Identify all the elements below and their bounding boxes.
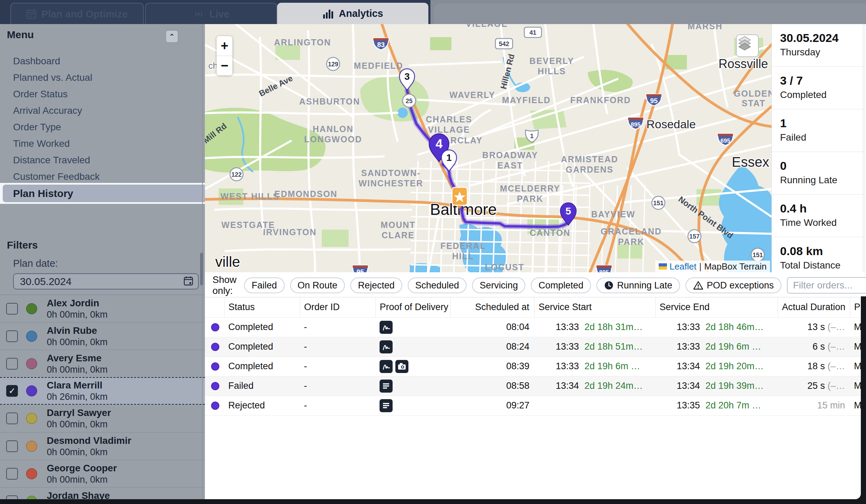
order-status-dot — [211, 343, 219, 351]
menu-collapse-button[interactable]: ⌃ — [166, 30, 178, 43]
driver-checkbox[interactable] — [6, 440, 18, 452]
driver-row[interactable]: Darryl Sawyer0h 00min, 0km — [0, 405, 205, 432]
note-icon[interactable] — [380, 399, 393, 412]
service-end: 13:332d 19h 6m … — [655, 337, 778, 357]
summary-label: Running Late — [780, 173, 865, 187]
svg-text:WAVERLY: WAVERLY — [449, 90, 495, 100]
chip-pod-exceptions[interactable]: POD exceptions — [686, 277, 781, 293]
driver-checkbox[interactable] — [6, 468, 18, 480]
column-header-status[interactable]: Status — [224, 297, 300, 317]
column-header-status-dot[interactable] — [205, 297, 224, 317]
sidebar-item-arrival-accuracy[interactable]: Arrival Accuracy — [0, 102, 205, 119]
svg-text:CLARE: CLARE — [382, 230, 415, 240]
driver-stats: 0h 00min, 0km — [47, 474, 117, 485]
attribution-separator: | — [699, 261, 702, 272]
signature-icon[interactable] — [380, 360, 393, 373]
driver-checkbox[interactable] — [6, 358, 18, 370]
calendar-icon[interactable] — [184, 276, 193, 287]
map-zoom-control: + − — [217, 36, 232, 75]
driver-row[interactable]: ✓Clara Merrill0h 26min, 0km — [0, 377, 205, 405]
chip-label: Servicing — [480, 280, 518, 291]
svg-text:5: 5 — [566, 205, 571, 217]
column-header-actual-duration[interactable]: Actual Duration — [778, 297, 850, 317]
driver-row[interactable]: Alex Jordin0h 00min, 0km — [0, 295, 205, 322]
order-row[interactable]: Completed-08:2413:332d 18h 51m…13:332d 1… — [205, 337, 866, 357]
driver-stats: 0h 00min, 0km — [47, 309, 108, 320]
interstate-shield: 95 — [353, 265, 368, 272]
leaflet-link[interactable]: Leaflet — [670, 261, 697, 272]
svg-text:IRVINGTON: IRVINGTON — [263, 227, 317, 237]
service-start — [534, 396, 655, 415]
order-row[interactable]: Completed-08:0413:332d 18h 31m…13:332d 1… — [205, 317, 866, 337]
signature-icon[interactable] — [380, 340, 393, 353]
order-status: Rejected — [224, 396, 300, 415]
sidebar-item-order-status[interactable]: Order Status — [0, 86, 205, 102]
sidebar-item-time-worked[interactable]: Time Worked — [0, 135, 205, 152]
svg-text:ville: ville — [215, 254, 240, 270]
driver-row[interactable]: Jordan Shaye0h 00min, 0km — [0, 487, 205, 499]
note-icon[interactable] — [380, 380, 393, 393]
driver-checkbox[interactable] — [6, 413, 18, 424]
scheduled-at: 08:39 — [450, 357, 534, 376]
column-header-proof-of-delivery[interactable]: Proof of Delivery — [375, 297, 450, 317]
map-layers-button[interactable] — [736, 34, 759, 57]
summary-label: Total Distance — [780, 259, 865, 272]
chip-servicing[interactable]: Servicing — [472, 277, 525, 293]
order-row[interactable]: Completed-08:3913:332d 19h 6m …13:342d 1… — [205, 357, 866, 376]
driver-row[interactable]: George Cooper0h 00min, 0km — [0, 460, 205, 487]
summary-row: 0.4 hTime Worked — [772, 195, 865, 237]
route-map[interactable]: ARLINGTONMEDFIELDWAVERLYMAYFIELDFRANKFOR… — [205, 24, 771, 272]
sidebar-item-dashboard[interactable]: Dashboard — [0, 53, 205, 69]
chip-on-route[interactable]: On Route — [290, 277, 345, 293]
order-row[interactable]: Failed-08:5813:342d 19h 24m…13:342d 19h … — [205, 376, 866, 396]
column-header-order-id[interactable]: Order ID — [300, 297, 375, 317]
summary-label: Time Worked — [780, 216, 865, 230]
svg-text:LONGWOOD: LONGWOOD — [304, 134, 362, 144]
order-row[interactable]: Rejected-09:2713:352d 20h 7m …15 minM — [205, 396, 866, 415]
driver-checkbox[interactable] — [6, 330, 18, 342]
order-id: - — [300, 396, 375, 415]
driver-row[interactable]: Avery Esme0h 00min, 0km — [0, 350, 205, 377]
route-shield: 151 — [751, 248, 764, 261]
driver-row[interactable]: Alvin Rube0h 00min, 0km — [0, 322, 205, 350]
chip-rejected[interactable]: Rejected — [350, 277, 402, 293]
map-canvas: ARLINGTONMEDFIELDWAVERLYMAYFIELDFRANKFOR… — [205, 24, 771, 272]
zoom-in-button[interactable]: + — [217, 36, 232, 56]
svg-text:25: 25 — [406, 98, 413, 105]
driver-row[interactable]: Desmond Vladimir0h 00min, 0km — [0, 432, 205, 460]
tab-analytics[interactable]: Analytics — [277, 3, 428, 24]
order-status: Completed — [224, 317, 300, 337]
driver-name: Darryl Sawyer — [47, 407, 111, 419]
chip-running-late[interactable]: Running Late — [596, 277, 680, 293]
plan-date-input[interactable]: 30.05.2024 — [13, 273, 199, 289]
clock-icon — [604, 281, 614, 290]
driver-checkbox[interactable]: ✓ — [6, 385, 18, 397]
summary-row: 1Failed — [772, 109, 865, 152]
chip-label: Scheduled — [415, 280, 459, 291]
sidebar-item-planned-vs-actual[interactable]: Planned vs. Actual — [0, 69, 205, 86]
tab-live[interactable]: Live — [145, 3, 277, 25]
sidebar-item-plan-history[interactable]: Plan History — [3, 185, 205, 202]
driver-checkbox[interactable] — [6, 495, 18, 500]
chip-completed[interactable]: Completed — [531, 277, 591, 293]
sidebar-scrollbar-thumb[interactable] — [200, 253, 203, 285]
svg-text:151: 151 — [753, 252, 763, 259]
proof-of-delivery — [375, 396, 450, 415]
sidebar-item-customer-feedback[interactable]: Customer Feedback — [0, 168, 205, 185]
column-header-scheduled-at[interactable]: Scheduled at — [450, 297, 534, 317]
chip-failed[interactable]: Failed — [244, 277, 285, 293]
signature-icon[interactable] — [380, 321, 393, 334]
service-end: 13:332d 18h 46m… — [655, 317, 778, 337]
sidebar-item-distance-traveled[interactable]: Distance Traveled — [0, 152, 205, 168]
camera-icon[interactable] — [395, 360, 408, 373]
tab-plan-and-optimize[interactable]: Plan and Optimize — [10, 3, 144, 25]
chip-scheduled[interactable]: Scheduled — [408, 277, 467, 293]
proof-of-delivery — [375, 317, 450, 337]
driver-checkbox[interactable] — [6, 303, 18, 315]
column-header-service-end[interactable]: Service End — [655, 297, 778, 317]
zoom-out-button[interactable]: − — [217, 56, 232, 76]
sidebar-item-order-type[interactable]: Order Type — [0, 119, 205, 135]
proof-of-delivery — [375, 376, 450, 396]
column-header-service-start[interactable]: Service Start — [534, 297, 655, 317]
filter-orders-input[interactable]: Filter orders... — [787, 277, 866, 294]
